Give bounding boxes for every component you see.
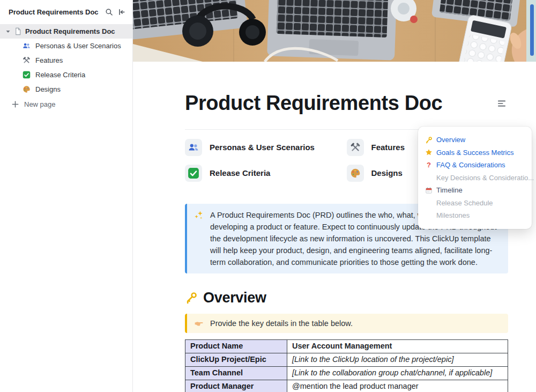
new-page-button[interactable]: New page xyxy=(0,97,132,112)
users-icon xyxy=(185,139,202,156)
sparkles-icon xyxy=(194,210,204,268)
sidebar-doc-title: Product Requirements Doc xyxy=(9,8,105,16)
sidebar-item-release-criteria[interactable]: Release Criteria xyxy=(0,68,132,82)
toc-item-key-decisions[interactable]: Key Decisions & Consideratio... xyxy=(425,172,525,184)
overview-heading-text: Overview xyxy=(203,290,266,306)
toc-item-faq[interactable]: ? FAQ & Considerations xyxy=(425,159,525,172)
palette-icon xyxy=(23,85,31,93)
plus-icon xyxy=(11,100,19,108)
question-icon: ? xyxy=(425,161,433,169)
app-window: Product Requirements Doc Product Require… xyxy=(0,0,536,392)
sidebar-item-label: Designs xyxy=(35,85,61,93)
page-icon xyxy=(14,27,22,35)
toc-item-label: Milestones xyxy=(436,211,470,219)
sidebar-item-label: Features xyxy=(35,56,63,64)
table-cell-label[interactable]: Team Channel xyxy=(185,366,287,380)
table-cell-value[interactable]: [Link to the collaboration group chat/ch… xyxy=(287,366,508,380)
search-icon[interactable] xyxy=(105,8,113,16)
users-icon xyxy=(23,42,31,50)
sidebar-item-label: Release Criteria xyxy=(35,71,85,79)
table-cell-value[interactable]: [Link to the ClickUp location of the pro… xyxy=(287,353,508,366)
table-row: Product Manager @mention the lead produc… xyxy=(185,380,508,392)
sidebar-item-label: Product Requirements Doc xyxy=(25,27,115,35)
sidebar-header: Product Requirements Doc xyxy=(0,0,132,23)
table-row: ClickUp Project/Epic [Link to the ClickU… xyxy=(185,353,508,366)
key-icon xyxy=(185,291,198,304)
new-page-label: New page xyxy=(24,100,56,108)
star-icon xyxy=(425,149,433,156)
tools-icon xyxy=(23,56,31,64)
tools-icon xyxy=(347,139,364,156)
table-cell-label[interactable]: Product Name xyxy=(185,339,287,353)
toc-item-goals[interactable]: Goals & Success Metrics xyxy=(425,146,525,159)
check-icon xyxy=(23,71,31,79)
palette-icon xyxy=(347,165,364,182)
sidebar: Product Requirements Doc Product Require… xyxy=(0,0,133,392)
table-row: Team Channel [Link to the collaboration … xyxy=(185,366,508,380)
page-title: Product Requirements Doc xyxy=(185,92,495,115)
toc-item-timeline[interactable]: Timeline xyxy=(425,184,525,197)
toc-item-milestones[interactable]: Milestones xyxy=(425,209,525,222)
table-row: Product Name User Account Management xyxy=(185,339,508,353)
table-cell-value[interactable]: @mention the lead product manager xyxy=(287,380,508,392)
link-label: Personas & User Scenarios xyxy=(210,143,315,152)
toc-item-label: Release Schedule xyxy=(436,199,493,207)
toc-popup: Overview Goals & Success Metrics ? FAQ &… xyxy=(418,127,532,229)
link-label: Designs xyxy=(371,168,403,177)
toc-item-label: Key Decisions & Consideratio... xyxy=(436,174,534,182)
toc-item-label: Timeline xyxy=(436,186,463,194)
link-release-criteria[interactable]: Release Criteria xyxy=(185,160,347,186)
sidebar-item-product-requirements-doc[interactable]: Product Requirements Doc xyxy=(0,24,132,39)
toc-item-label: FAQ & Considerations xyxy=(436,161,505,169)
link-label: Features xyxy=(371,143,405,152)
link-label: Release Criteria xyxy=(210,168,270,177)
overview-table: Product Name User Account Management Cli… xyxy=(185,339,508,392)
toc-item-overview[interactable]: Overview xyxy=(425,134,525,146)
table-cell-label[interactable]: Product Manager xyxy=(185,380,287,392)
table-cell-label[interactable]: ClickUp Project/Epic xyxy=(185,353,287,366)
tip-callout: Provide the key details in the table bel… xyxy=(185,314,508,333)
table-of-contents-icon[interactable] xyxy=(495,97,508,110)
toc-item-label: Goals & Success Metrics xyxy=(436,149,514,157)
sidebar-item-designs[interactable]: Designs xyxy=(0,82,132,97)
check-icon xyxy=(185,165,202,182)
tip-callout-text: Provide the key details in the table bel… xyxy=(210,317,353,329)
pointing-right-icon xyxy=(194,319,204,329)
chevron-down-icon[interactable] xyxy=(5,29,11,34)
collapse-sidebar-icon[interactable] xyxy=(118,8,126,16)
sidebar-item-label: Personas & User Scenarios xyxy=(35,42,121,50)
calendar-icon xyxy=(425,187,433,194)
table-cell-value[interactable]: User Account Management xyxy=(287,339,508,353)
overview-heading: Overview xyxy=(185,290,508,306)
toc-item-release-schedule[interactable]: Release Schedule xyxy=(425,197,525,210)
cover-image xyxy=(133,0,536,62)
sidebar-item-personas[interactable]: Personas & User Scenarios xyxy=(0,39,132,53)
main-area: Product Requirements Doc Personas & User… xyxy=(133,0,536,392)
sidebar-item-features[interactable]: Features xyxy=(0,53,132,68)
key-icon xyxy=(425,136,433,144)
link-personas[interactable]: Personas & User Scenarios xyxy=(185,135,347,160)
toc-item-label: Overview xyxy=(436,136,465,144)
page-tree: Product Requirements Doc Personas & User… xyxy=(0,24,132,97)
